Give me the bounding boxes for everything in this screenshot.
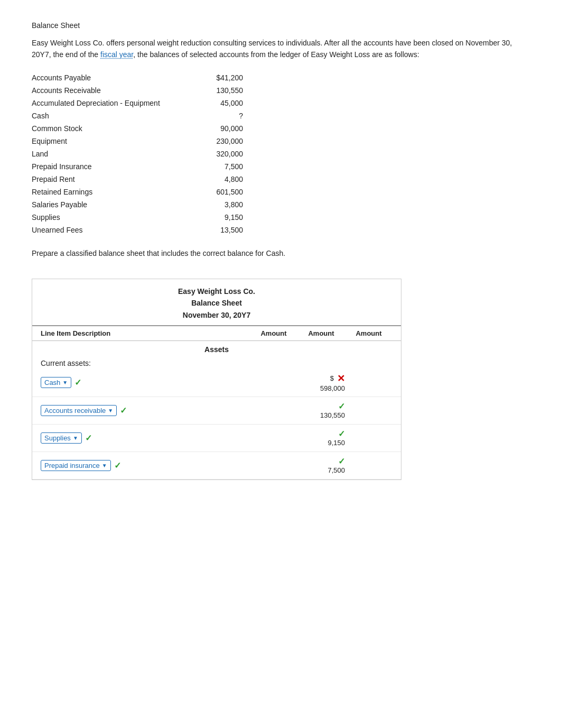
list-item: Land320,000 xyxy=(32,148,285,160)
prepaid-insurance-check-icon2: ✓ xyxy=(338,456,345,466)
ar-check-icon2: ✓ xyxy=(338,401,345,411)
account-table: Accounts Payable$41,200Accounts Receivab… xyxy=(32,71,285,236)
account-name: Retained Earnings xyxy=(32,188,190,196)
cash-x-icon: ✕ xyxy=(337,373,345,384)
list-item: Supplies9,150 xyxy=(32,211,285,224)
account-value: 3,800 xyxy=(190,200,243,209)
intro-text: Easy Weight Loss Co. offers personal wei… xyxy=(32,37,529,61)
ar-amount-col2: ✓ 130,550 xyxy=(297,401,345,419)
account-value: 320,000 xyxy=(190,150,243,158)
prepaid-insurance-check-icon: ✓ xyxy=(114,460,121,471)
col-amount3-header: Amount xyxy=(345,329,392,337)
ar-dropdown-arrow-icon: ▼ xyxy=(108,408,113,413)
supplies-label: Supplies xyxy=(44,434,71,442)
ar-amount-with-icon: ✓ 130,550 xyxy=(297,401,345,419)
list-item: Unearned Fees13,500 xyxy=(32,224,285,236)
col-amount2-header: Amount xyxy=(297,329,345,337)
fiscal-year-link[interactable]: fiscal year xyxy=(100,50,133,59)
list-item: Prepaid Rent4,800 xyxy=(32,173,285,186)
list-item: Cash? xyxy=(32,109,285,122)
prepaid-insurance-dropdown-arrow-icon: ▼ xyxy=(102,463,107,468)
list-item: Salaries Payable3,800 xyxy=(32,198,285,211)
assets-section-label: Assets xyxy=(32,341,401,356)
account-value: $41,200 xyxy=(190,73,243,82)
cash-label: Cash xyxy=(44,379,60,386)
intro-text-after: , the balances of selected accounts from… xyxy=(133,50,419,59)
account-name: Salaries Payable xyxy=(32,200,190,209)
account-value: 130,550 xyxy=(190,86,243,95)
account-value: ? xyxy=(190,112,243,120)
account-name: Common Stock xyxy=(32,124,190,133)
account-value: 601,500 xyxy=(190,188,243,196)
account-name: Accounts Receivable xyxy=(32,86,190,95)
ar-row-desc: Accounts receivable ▼ ✓ xyxy=(41,405,250,416)
account-value: 45,000 xyxy=(190,99,243,107)
supplies-amount-top-row: ✓ xyxy=(338,429,345,439)
account-value: 9,150 xyxy=(190,213,243,222)
cash-check-icon: ✓ xyxy=(74,377,81,388)
list-item: Common Stock90,000 xyxy=(32,122,285,135)
list-item: Accumulated Depreciation - Equipment45,0… xyxy=(32,97,285,109)
account-name: Unearned Fees xyxy=(32,226,190,234)
section-title: Balance Sheet xyxy=(32,21,529,30)
prepaid-insurance-amount-with-icon: ✓ 7,500 xyxy=(297,456,345,474)
cash-amount-with-icon: $ ✕ 598,000 xyxy=(297,373,345,392)
supplies-amount-value: 9,150 xyxy=(328,439,345,447)
supplies-check-icon: ✓ xyxy=(85,433,92,443)
bs-header: Easy Weight Loss Co. Balance Sheet Novem… xyxy=(32,279,401,326)
prepaid-insurance-dropdown[interactable]: Prepaid insurance ▼ xyxy=(41,460,111,471)
cash-row-desc: Cash ▼ ✓ xyxy=(41,377,250,388)
table-row: Accounts receivable ▼ ✓ ✓ 130,550 xyxy=(32,397,401,425)
prepaid-insurance-row-desc: Prepaid insurance ▼ ✓ xyxy=(41,460,250,471)
list-item: Retained Earnings601,500 xyxy=(32,186,285,198)
cash-amount-value: 598,000 xyxy=(320,384,345,392)
list-item: Accounts Receivable130,550 xyxy=(32,84,285,97)
table-row: Prepaid insurance ▼ ✓ ✓ 7,500 xyxy=(32,452,401,480)
account-name: Cash xyxy=(32,112,190,120)
col-amount1-header: Amount xyxy=(250,329,297,337)
supplies-dropdown[interactable]: Supplies ▼ xyxy=(41,432,82,444)
cash-dropdown-arrow-icon: ▼ xyxy=(62,380,68,385)
bs-date: November 30, 20Y7 xyxy=(32,309,401,321)
bs-column-headers: Line Item Description Amount Amount Amou… xyxy=(32,326,401,341)
cash-amount-top-row: $ ✕ xyxy=(330,373,345,384)
account-value: 7,500 xyxy=(190,162,243,171)
prepaid-insurance-label: Prepaid insurance xyxy=(44,462,100,469)
account-name: Accumulated Depreciation - Equipment xyxy=(32,99,190,107)
cash-amount-col2: $ ✕ 598,000 xyxy=(297,373,345,392)
cash-dropdown[interactable]: Cash ▼ xyxy=(41,377,71,388)
table-row: Cash ▼ ✓ $ ✕ 598,000 xyxy=(32,368,401,397)
supplies-check-icon2: ✓ xyxy=(338,429,345,439)
list-item: Equipment230,000 xyxy=(32,135,285,148)
ar-dropdown[interactable]: Accounts receivable ▼ xyxy=(41,405,117,416)
supplies-row-desc: Supplies ▼ ✓ xyxy=(41,432,250,444)
prepaid-insurance-amount-col2: ✓ 7,500 xyxy=(297,456,345,474)
prepare-text: Prepare a classified balance sheet that … xyxy=(32,249,529,257)
ar-label: Accounts receivable xyxy=(44,407,106,414)
bs-title: Balance Sheet xyxy=(32,297,401,309)
supplies-amount-with-icon: ✓ 9,150 xyxy=(297,429,345,447)
account-value: 230,000 xyxy=(190,137,243,145)
table-row: Supplies ▼ ✓ ✓ 9,150 xyxy=(32,425,401,452)
account-value: 13,500 xyxy=(190,226,243,234)
prepaid-insurance-amount-top-row: ✓ xyxy=(338,456,345,466)
supplies-dropdown-arrow-icon: ▼ xyxy=(73,435,78,441)
ar-amount-value: 130,550 xyxy=(320,411,345,419)
list-item: Accounts Payable$41,200 xyxy=(32,71,285,84)
account-name: Equipment xyxy=(32,137,190,145)
prepaid-insurance-amount-value: 7,500 xyxy=(328,466,345,474)
account-name: Prepaid Rent xyxy=(32,175,190,183)
account-name: Land xyxy=(32,150,190,158)
account-value: 90,000 xyxy=(190,124,243,133)
balance-sheet: Easy Weight Loss Co. Balance Sheet Novem… xyxy=(32,279,401,480)
ar-check-icon: ✓ xyxy=(120,406,127,416)
list-item: Prepaid Insurance7,500 xyxy=(32,160,285,173)
supplies-amount-col2: ✓ 9,150 xyxy=(297,429,345,447)
ar-amount-top-row: ✓ xyxy=(338,401,345,411)
account-value: 4,800 xyxy=(190,175,243,183)
account-name: Accounts Payable xyxy=(32,73,190,82)
bs-company: Easy Weight Loss Co. xyxy=(32,285,401,297)
col-desc-header: Line Item Description xyxy=(41,329,250,337)
current-assets-label: Current assets: xyxy=(32,356,401,368)
account-name: Prepaid Insurance xyxy=(32,162,190,171)
